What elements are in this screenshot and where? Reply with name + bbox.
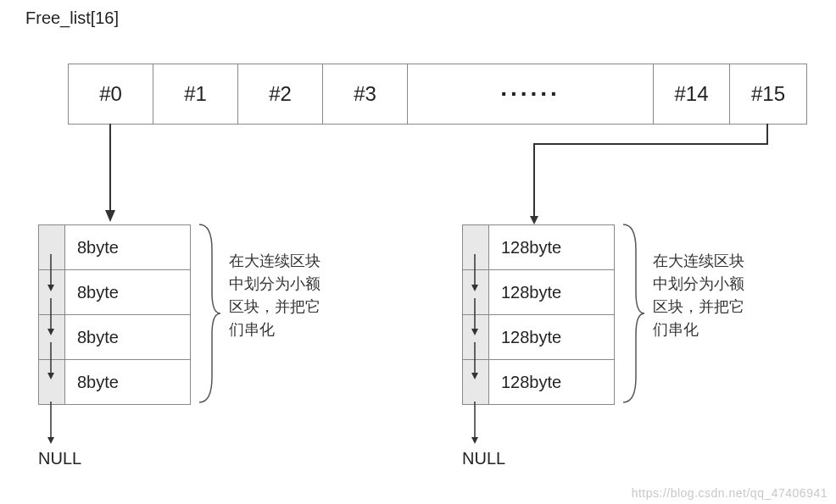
watermark-text: https://blog.csdn.net/qq_47406941	[632, 486, 828, 500]
list-terminal-null: NULL	[462, 449, 505, 468]
list-description: 在大连续区块中划分为小额区块，并把它们串化	[653, 250, 746, 341]
brace-icon	[619, 224, 644, 402]
